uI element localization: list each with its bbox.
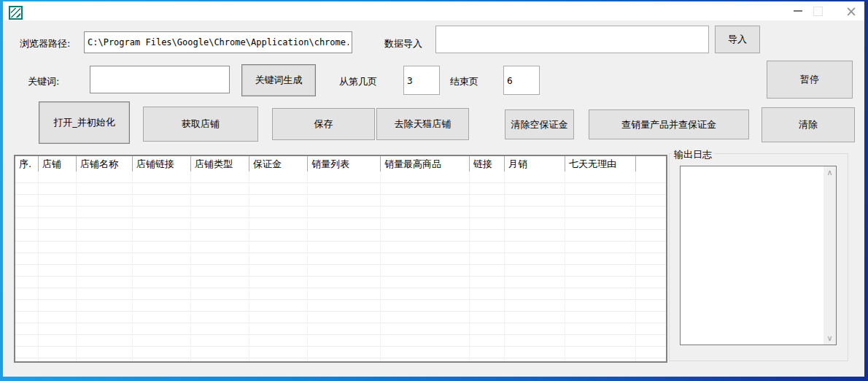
table-cell [381, 265, 470, 277]
table-cell [381, 288, 470, 300]
keyword-input[interactable] [90, 66, 230, 93]
table-cell [249, 218, 308, 230]
table-cell [505, 300, 565, 312]
table-cell [308, 323, 381, 335]
table-cell [39, 242, 77, 253]
table-cell [39, 183, 77, 195]
table-cell [133, 323, 191, 335]
query-sales-deposit-button[interactable]: 查销量产品并查保证金 [589, 109, 749, 139]
table-cell [470, 242, 505, 253]
scroll-up-icon[interactable]: ∧ [824, 166, 836, 179]
table-cell [15, 358, 39, 363]
table-cell [191, 242, 249, 253]
shop-table[interactable]: 序.店铺店铺名称店铺链接店铺类型保证金销量列表销量最高商品链接月销七天无理由 [14, 155, 667, 363]
table-cell [133, 300, 191, 312]
table-row [15, 207, 666, 218]
column-header-1[interactable]: 序. [15, 156, 39, 172]
column-header-10[interactable]: 月销 [505, 156, 565, 172]
browser-path-input[interactable] [84, 31, 352, 53]
table-cell [77, 172, 133, 183]
table-row [15, 277, 666, 288]
table-cell [191, 218, 249, 230]
column-header-9[interactable]: 链接 [470, 156, 505, 172]
scroll-down-icon[interactable]: ∨ [824, 332, 836, 345]
pause-button[interactable]: 暂停 [767, 61, 853, 99]
table-cell-filler [636, 253, 666, 265]
table-cell-filler [636, 230, 666, 242]
clear-empty-deposit-button[interactable]: 清除空保证金 [505, 109, 574, 139]
data-import-input[interactable] [435, 26, 709, 53]
column-header-4[interactable]: 店铺链接 [133, 156, 191, 172]
table-cell-filler [636, 288, 666, 300]
table-cell [133, 347, 191, 358]
table-cell [15, 347, 39, 358]
log-text [681, 166, 824, 345]
log-scrollbar[interactable]: ∧ ∨ [824, 166, 836, 345]
from-page-input[interactable] [403, 66, 440, 95]
table-cell-filler [636, 312, 666, 323]
end-page-input[interactable] [503, 66, 540, 95]
table-cell [249, 358, 308, 363]
table-cell [191, 335, 249, 347]
keyword-label: 关键词: [28, 75, 59, 88]
table-cell-filler [636, 207, 666, 218]
table-cell [381, 347, 470, 358]
table-cell [133, 253, 191, 265]
table-cell [39, 288, 77, 300]
table-cell [39, 172, 77, 183]
table-cell [381, 218, 470, 230]
table-cell [15, 183, 39, 195]
clear-button[interactable]: 清除 [762, 107, 855, 142]
table-cell [470, 300, 505, 312]
table-cell [133, 358, 191, 363]
table-cell [565, 183, 636, 195]
table-cell [381, 300, 470, 312]
table-cell [381, 323, 470, 335]
column-header-8[interactable]: 销量最高商品 [381, 156, 470, 172]
table-cell [77, 335, 133, 347]
table-cell [565, 242, 636, 253]
table-cell [39, 323, 77, 335]
column-header-5[interactable]: 店铺类型 [191, 156, 249, 172]
import-button[interactable]: 导入 [715, 26, 760, 53]
table-cell [505, 323, 565, 335]
table-cell [39, 265, 77, 277]
table-cell [505, 253, 565, 265]
table-cell [308, 312, 381, 323]
data-import-label: 数据导入 [384, 37, 422, 50]
get-shops-button[interactable]: 获取店铺 [143, 107, 258, 142]
table-cell [565, 218, 636, 230]
save-button[interactable]: 保存 [272, 108, 375, 140]
table-cell [77, 207, 133, 218]
table-cell [308, 358, 381, 363]
table-cell-filler [636, 172, 666, 183]
table-cell-filler [636, 242, 666, 253]
table-cell [77, 195, 133, 207]
table-cell [505, 277, 565, 288]
table-cell [308, 288, 381, 300]
column-header-7[interactable]: 销量列表 [308, 156, 381, 172]
log-output[interactable]: ∧ ∨ [680, 166, 837, 345]
table-cell [470, 230, 505, 242]
column-header-3[interactable]: 店铺名称 [77, 156, 133, 172]
table-cell [191, 265, 249, 277]
table-row [15, 358, 666, 363]
column-header-2[interactable]: 店铺 [39, 156, 77, 172]
table-cell [39, 335, 77, 347]
keyword-generate-button[interactable]: 关键词生成 [241, 64, 316, 96]
remove-tmall-button[interactable]: 去除天猫店铺 [376, 108, 469, 140]
table-cell [505, 218, 565, 230]
column-header-6[interactable]: 保证金 [249, 156, 308, 172]
table-cell [15, 218, 39, 230]
table-cell [470, 218, 505, 230]
table-cell [565, 230, 636, 242]
open-init-button[interactable]: 打开_并初始化 [39, 101, 130, 144]
table-cell [565, 300, 636, 312]
column-header-11[interactable]: 七天无理由 [565, 156, 636, 172]
table-cell [565, 358, 636, 363]
browser-path-label: 浏览器路径: [20, 37, 70, 50]
table-cell [470, 207, 505, 218]
table-cell [15, 230, 39, 242]
table-cell [191, 207, 249, 218]
table-cell [133, 335, 191, 347]
